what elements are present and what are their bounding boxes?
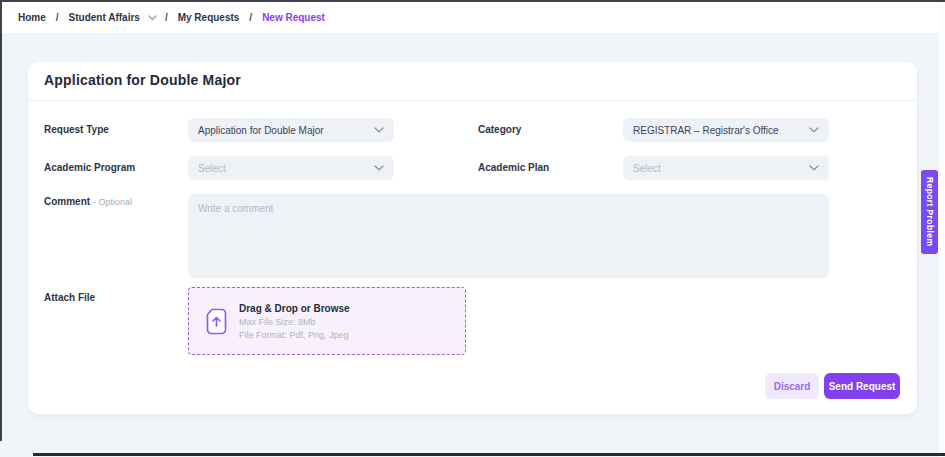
frame-left-border bbox=[0, 0, 2, 441]
academic-program-label: Academic Program bbox=[44, 162, 135, 173]
chevron-down-icon bbox=[809, 165, 819, 171]
app-screen: Home / Student Affairs / My Requests / N… bbox=[0, 0, 945, 457]
academic-program-placeholder: Select bbox=[198, 163, 226, 174]
academic-plan-placeholder: Select bbox=[633, 163, 661, 174]
chevron-down-icon bbox=[374, 165, 384, 171]
comment-label-text: Comment bbox=[44, 196, 90, 207]
dropzone-formats: File Format: Pdf, Png, Jpeg bbox=[239, 330, 350, 340]
chevron-down-icon[interactable] bbox=[148, 15, 157, 21]
frame-top-border bbox=[0, 0, 945, 2]
request-form-card: Application for Double Major Request Typ… bbox=[28, 62, 917, 414]
request-type-select[interactable]: Application for Double Major bbox=[188, 118, 394, 142]
dropzone-text: Drag & Drop or Browse Max File Size: 8Mb… bbox=[239, 303, 350, 340]
breadcrumb-new-request[interactable]: New Request bbox=[262, 12, 325, 23]
request-type-label: Request Type bbox=[44, 124, 109, 135]
title-divider bbox=[28, 100, 917, 101]
breadcrumb-bar: Home / Student Affairs / My Requests / N… bbox=[2, 2, 939, 33]
breadcrumb-home[interactable]: Home bbox=[18, 12, 46, 23]
academic-plan-select[interactable]: Select bbox=[623, 156, 829, 180]
breadcrumb-my-requests[interactable]: My Requests bbox=[178, 12, 240, 23]
right-edge-strip bbox=[939, 2, 945, 457]
category-label: Category bbox=[478, 124, 521, 135]
category-select[interactable]: REGISTRAR – Registrar's Office bbox=[623, 118, 829, 142]
breadcrumb-separator: / bbox=[56, 12, 59, 23]
comment-label: Comment - Optional bbox=[44, 196, 132, 207]
academic-plan-label: Academic Plan bbox=[478, 162, 549, 173]
academic-program-select[interactable]: Select bbox=[188, 156, 394, 180]
breadcrumb: Home / Student Affairs / My Requests / N… bbox=[18, 12, 325, 23]
comment-optional-note: - Optional bbox=[93, 197, 132, 207]
file-dropzone[interactable]: Drag & Drop or Browse Max File Size: 8Mb… bbox=[188, 287, 466, 355]
send-request-button[interactable]: Send Request bbox=[824, 373, 900, 399]
chevron-down-icon bbox=[809, 127, 819, 133]
comment-input[interactable] bbox=[188, 194, 829, 278]
attach-file-label: Attach File bbox=[44, 292, 95, 303]
dropzone-title: Drag & Drop or Browse bbox=[239, 303, 350, 314]
request-type-value: Application for Double Major bbox=[198, 125, 324, 136]
category-value: REGISTRAR – Registrar's Office bbox=[633, 125, 779, 136]
file-upload-icon bbox=[206, 308, 227, 335]
report-problem-tab[interactable]: Report Problem bbox=[921, 170, 938, 254]
report-problem-label: Report Problem bbox=[925, 177, 935, 246]
page-title: Application for Double Major bbox=[44, 72, 241, 88]
breadcrumb-separator: / bbox=[249, 12, 252, 23]
breadcrumb-student-affairs[interactable]: Student Affairs bbox=[69, 12, 140, 23]
chevron-down-icon bbox=[374, 127, 384, 133]
frame-bottom-border bbox=[33, 453, 945, 456]
discard-button[interactable]: Discard bbox=[765, 373, 819, 399]
breadcrumb-separator: / bbox=[165, 12, 168, 23]
dropzone-max-size: Max File Size: 8Mb bbox=[239, 317, 350, 327]
